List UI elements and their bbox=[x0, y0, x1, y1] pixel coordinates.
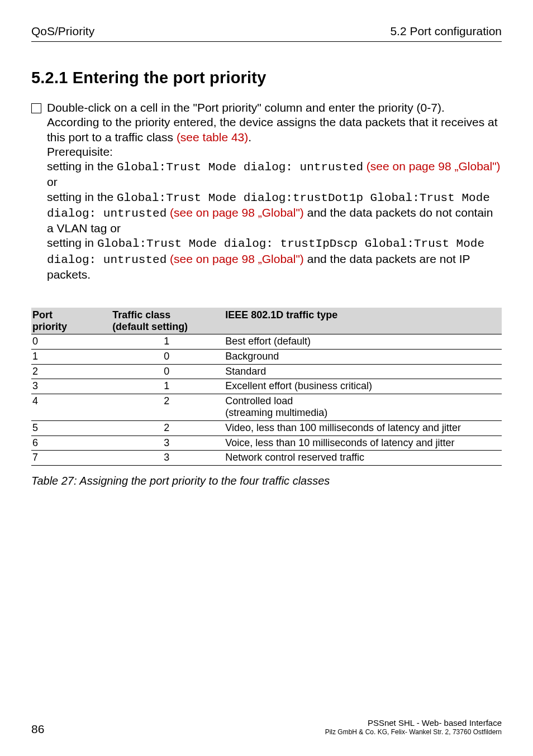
link-global-2[interactable]: (see on page 98 „Global") bbox=[170, 206, 304, 219]
page-footer: 86 PSSnet SHL - Web- based Interface Pil… bbox=[31, 718, 502, 736]
th-traffic-type: IEEE 802.1D traffic type bbox=[224, 308, 502, 334]
page: QoS/Priority 5.2 Port configuration 5.2.… bbox=[0, 0, 533, 756]
cell-priority: 4 bbox=[31, 394, 111, 420]
cell-priority: 2 bbox=[31, 364, 111, 379]
table-row: 5 2 Video, less than 100 milliseconds of… bbox=[31, 420, 502, 436]
cell-traffic-class: 0 bbox=[111, 349, 224, 364]
cell-traffic-class: 0 bbox=[111, 364, 224, 379]
cell-traffic-class: 3 bbox=[111, 451, 224, 466]
instruction-block: Double-click on a cell in the "Port prio… bbox=[31, 101, 502, 282]
cell-traffic-class: 2 bbox=[111, 420, 224, 436]
cell-priority: 5 bbox=[31, 420, 111, 436]
cell-priority: 0 bbox=[31, 334, 111, 350]
cell-priority: 1 bbox=[31, 349, 111, 364]
table-caption: Table 27: Assigning the port priority to… bbox=[31, 475, 502, 487]
table-row: 6 3 Voice, less than 10 milliseconds of … bbox=[31, 436, 502, 451]
th-traffic-class-l1: Traffic class bbox=[112, 309, 170, 320]
link-global-3[interactable]: (see on page 98 „Global") bbox=[170, 252, 304, 265]
cell-traffic-type: Network control reserved traffic bbox=[224, 451, 502, 466]
link-global-1[interactable]: (see on page 98 „Global") bbox=[367, 160, 501, 173]
th-port-priority: Port priority bbox=[31, 308, 111, 334]
cell-traffic-type: Standard bbox=[224, 364, 502, 379]
cell-traffic-type: Background bbox=[224, 349, 502, 364]
table-row: 7 3 Network control reserved traffic bbox=[31, 451, 502, 466]
cell-traffic-type: Excellent effort (business critical) bbox=[224, 379, 502, 394]
table-row: 1 0 Background bbox=[31, 349, 502, 364]
footer-info: PSSnet SHL - Web- based Interface Pilz G… bbox=[325, 718, 502, 736]
footer-product: PSSnet SHL - Web- based Interface bbox=[325, 718, 502, 728]
th-traffic-class-l2: (default setting) bbox=[112, 321, 188, 332]
cell-traffic-class: 1 bbox=[111, 379, 224, 394]
table-row: 3 1 Excellent effort (business critical) bbox=[31, 379, 502, 394]
priority-table: Port priority Traffic class (default set… bbox=[31, 308, 502, 466]
setting-3-lead: setting in bbox=[47, 236, 97, 249]
cell-traffic-class: 3 bbox=[111, 436, 224, 451]
link-see-table-43[interactable]: (see table 43) bbox=[177, 131, 248, 143]
setting-1-tail: or bbox=[47, 175, 58, 188]
th-traffic-class: Traffic class (default setting) bbox=[111, 308, 224, 334]
instruction-text: Double-click on a cell in the "Port prio… bbox=[47, 101, 502, 282]
th-port-priority-l2: priority bbox=[32, 321, 67, 332]
table-header-row: Port priority Traffic class (default set… bbox=[31, 308, 502, 334]
table-row: 0 1 Best effort (default) bbox=[31, 334, 502, 350]
footer-company: Pilz GmbH & Co. KG, Felix- Wankel Str. 2… bbox=[325, 728, 502, 736]
header-rule bbox=[31, 41, 502, 42]
page-header: QoS/Priority 5.2 Port configuration bbox=[31, 25, 502, 38]
para-1b-end: . bbox=[248, 131, 251, 143]
th-port-priority-l1: Port bbox=[32, 309, 53, 320]
setting-2-lead: setting in the bbox=[47, 190, 117, 203]
cell-traffic-type: Best effort (default) bbox=[224, 334, 502, 350]
section-heading: 5.2.1 Entering the port priority bbox=[31, 69, 502, 87]
header-left: QoS/Priority bbox=[31, 25, 94, 38]
cell-priority: 7 bbox=[31, 451, 111, 466]
setting-1-mono: Global:Trust Mode dialog: untrusted bbox=[117, 161, 363, 174]
cell-traffic-class: 2 bbox=[111, 394, 224, 420]
cell-priority: 6 bbox=[31, 436, 111, 451]
cell-traffic-type: Voice, less than 10 milliseconds of late… bbox=[224, 436, 502, 451]
cell-traffic-type: Video, less than 100 milliseconds of lat… bbox=[224, 420, 502, 436]
cell-traffic-type: Controlled load (streaming multimedia) bbox=[224, 394, 502, 420]
prerequisite-label: Prerequisite: bbox=[47, 145, 113, 158]
para-1b: According to the priority entered, the d… bbox=[47, 116, 498, 143]
table-row: 2 0 Standard bbox=[31, 364, 502, 379]
checkbox-icon bbox=[31, 103, 41, 113]
cell-traffic-class: 1 bbox=[111, 334, 224, 350]
header-right: 5.2 Port configuration bbox=[390, 25, 502, 38]
setting-1-lead: setting in the bbox=[47, 160, 117, 173]
table-row: 4 2 Controlled load (streaming multimedi… bbox=[31, 394, 502, 420]
cell-priority: 3 bbox=[31, 379, 111, 394]
page-number: 86 bbox=[31, 722, 44, 736]
para-1a: Double-click on a cell in the "Port prio… bbox=[47, 101, 445, 114]
